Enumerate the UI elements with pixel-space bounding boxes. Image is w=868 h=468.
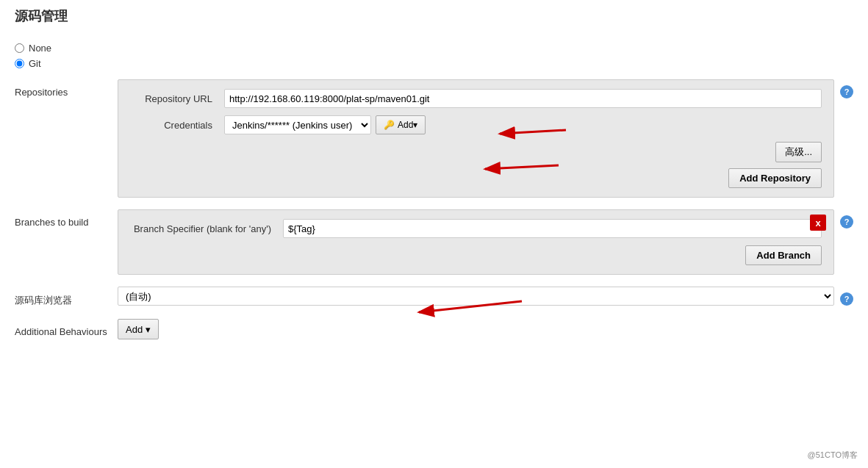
page-title: 源码管理 bbox=[15, 7, 853, 31]
repo-url-label: Repository URL bbox=[130, 93, 218, 104]
repo-url-row: Repository URL bbox=[130, 89, 822, 108]
repositories-label: Repositories bbox=[15, 79, 118, 98]
source-browser-content-wrapper: (自动) ? bbox=[118, 287, 853, 306]
repositories-section: Repositories Repository URL Credentials … bbox=[15, 79, 853, 198]
repo-url-input[interactable] bbox=[224, 89, 822, 108]
branch-specifier-label: Branch Specifier (blank for 'any') bbox=[130, 223, 277, 234]
watermark: @51CTO博客 bbox=[808, 450, 858, 461]
branch-specifier-row: Branch Specifier (blank for 'any') bbox=[130, 219, 822, 238]
radio-none-input[interactable] bbox=[15, 43, 24, 53]
radio-git-input[interactable] bbox=[15, 59, 24, 68]
additional-behaviours-label: Additional Behaviours bbox=[15, 319, 118, 337]
branches-content: x Branch Specifier (blank for 'any') Add… bbox=[118, 209, 834, 275]
source-browser-help-icon[interactable]: ? bbox=[840, 292, 853, 306]
add-branch-btn[interactable]: Add Branch bbox=[745, 245, 822, 265]
additional-behaviours-row: Add ▾ bbox=[118, 319, 159, 339]
radio-group: None Git bbox=[15, 43, 853, 69]
radio-git-label: Git bbox=[29, 58, 41, 69]
branch-specifier-input[interactable] bbox=[283, 219, 822, 238]
branches-help-icon[interactable]: ? bbox=[840, 215, 853, 228]
repositories-content: Repository URL Credentials Jenkins/*****… bbox=[118, 79, 834, 198]
additional-behaviours-add-btn[interactable]: Add ▾ bbox=[118, 319, 159, 339]
branches-content-wrapper: x Branch Specifier (blank for 'any') Add… bbox=[118, 209, 853, 275]
radio-none[interactable]: None bbox=[15, 43, 853, 54]
add-repository-btn[interactable]: Add Repository bbox=[728, 168, 822, 188]
repositories-help-icon[interactable]: ? bbox=[840, 85, 853, 98]
add-repo-btn-row: Add Repository bbox=[130, 168, 822, 188]
credentials-label: Credentials bbox=[130, 120, 218, 131]
branch-delete-btn[interactable]: x bbox=[810, 215, 826, 231]
branches-label: Branches to build bbox=[15, 209, 118, 228]
add-branch-btn-row: Add Branch bbox=[130, 245, 822, 265]
source-browser-select[interactable]: (自动) bbox=[118, 287, 834, 306]
source-browser-section: 源码库浏览器 (自动) ? bbox=[15, 287, 853, 307]
branches-section: Branches to build x Branch Specifier (bl… bbox=[15, 209, 853, 275]
credentials-add-btn[interactable]: 🔑 Add▾ bbox=[376, 115, 426, 134]
radio-none-label: None bbox=[29, 43, 51, 54]
credentials-row: Credentials Jenkins/****** (Jenkins user… bbox=[130, 115, 822, 134]
credentials-controls: Jenkins/****** (Jenkins user) 🔑 Add▾ bbox=[224, 115, 426, 134]
page-wrapper: 源码管理 None Git Repositories Repository UR… bbox=[0, 0, 868, 468]
credentials-select[interactable]: Jenkins/****** (Jenkins user) bbox=[224, 115, 371, 134]
advanced-btn[interactable]: 高级... bbox=[775, 142, 822, 162]
source-browser-label: 源码库浏览器 bbox=[15, 287, 118, 307]
repositories-content-wrapper: Repository URL Credentials Jenkins/*****… bbox=[118, 79, 853, 198]
additional-behaviours-section: Additional Behaviours Add ▾ bbox=[15, 319, 853, 339]
radio-git[interactable]: Git bbox=[15, 58, 853, 69]
repo-buttons-right: 高级... bbox=[130, 142, 822, 162]
key-icon: 🔑 bbox=[384, 120, 395, 130]
